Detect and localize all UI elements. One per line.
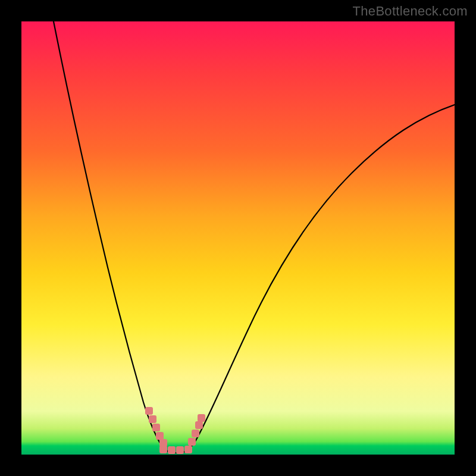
svg-rect-6 bbox=[168, 446, 176, 454]
svg-rect-1 bbox=[149, 415, 156, 423]
svg-rect-2 bbox=[152, 424, 160, 431]
svg-rect-0 bbox=[145, 407, 153, 415]
watermark-text: TheBottleneck.com bbox=[353, 4, 468, 19]
bottleneck-curve bbox=[54, 21, 455, 453]
min-marker bbox=[145, 407, 205, 454]
svg-rect-5 bbox=[159, 446, 167, 453]
bottleneck-curve-svg bbox=[21, 21, 455, 455]
svg-rect-10 bbox=[192, 430, 199, 437]
svg-rect-7 bbox=[176, 446, 184, 454]
svg-rect-3 bbox=[156, 432, 164, 440]
svg-rect-9 bbox=[188, 438, 196, 446]
chart-frame: TheBottleneck.com bbox=[0, 0, 476, 476]
svg-rect-12 bbox=[198, 414, 205, 422]
svg-rect-8 bbox=[184, 446, 192, 453]
plot-area bbox=[21, 21, 455, 455]
svg-rect-11 bbox=[195, 421, 203, 429]
